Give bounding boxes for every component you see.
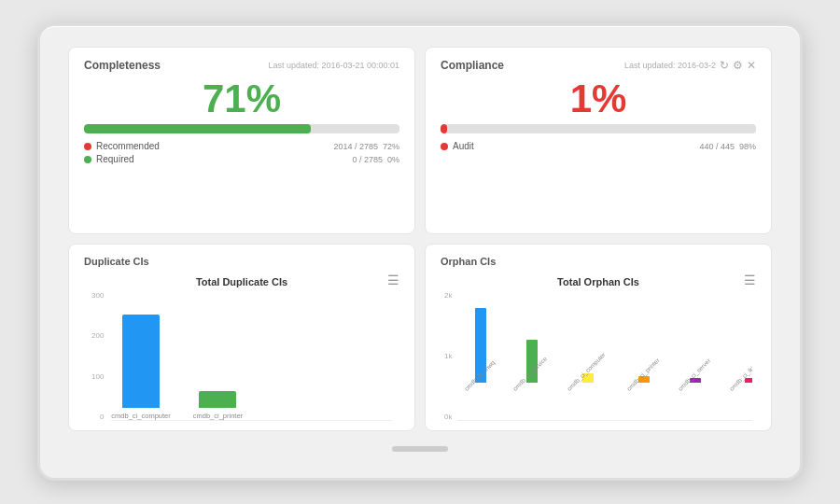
- orphan-title: Orphan CIs: [441, 256, 496, 267]
- orphan-bar-lkin-clust: cmdb_ci_lkin_clust: [722, 378, 752, 394]
- dashboard-grid: Completeness Last updated: 2016-03-21 00…: [68, 47, 772, 431]
- legend-item-audit: Audit 440 / 445 98%: [441, 141, 756, 151]
- completeness-percent: 71%: [84, 79, 399, 119]
- legend-item-recommended: Recommended 2014 / 2785 72%: [84, 141, 399, 151]
- bar-group-computer: cmdb_ci_computer: [111, 315, 170, 420]
- bar-label-printer: cmdb_ci_printer: [193, 412, 243, 420]
- compliance-header: Compliance Last updated: 2016-03-2 ↻ ⚙ ✕: [441, 59, 756, 72]
- required-dot: [84, 156, 91, 163]
- completeness-progress-bar: [84, 124, 399, 133]
- bar-printer: [199, 391, 236, 408]
- compliance-percent: 1%: [441, 79, 756, 119]
- orphan-header: Orphan CIs: [441, 256, 756, 269]
- refresh-icon[interactable]: ↻: [720, 59, 729, 72]
- close-icon[interactable]: ✕: [747, 59, 756, 72]
- completeness-panel: Completeness Last updated: 2016-03-21 00…: [68, 47, 415, 234]
- completeness-progress-fill: [84, 124, 311, 133]
- compliance-progress-fill: [441, 124, 447, 133]
- recommended-label: Recommended: [96, 141, 329, 151]
- bar-label-computer: cmdb_ci_computer: [111, 412, 170, 420]
- recommended-dot: [84, 143, 91, 150]
- orphan-chart-title: Total Orphan CIs: [557, 276, 639, 287]
- duplicate-y-axis: 300 200 100 0: [91, 289, 107, 421]
- compliance-icons: Last updated: 2016-03-2 ↻ ⚙ ✕: [624, 59, 756, 72]
- duplicate-chart-area: Total Duplicate CIs ☰ 300 200 100 0: [84, 273, 399, 421]
- settings-icon[interactable]: ⚙: [733, 59, 743, 72]
- audit-value: 440 / 445 98%: [699, 142, 756, 151]
- orphan-bar-shwq: cmdb_ci_shwq: [457, 308, 503, 394]
- orphan-cis-panel: Orphan CIs Total Orphan CIs ☰ 2k 1k 0k: [425, 244, 772, 431]
- duplicate-chart-title: Total Duplicate CIs: [196, 276, 287, 287]
- duplicate-header: Duplicate CIs: [84, 256, 399, 269]
- duplicate-title: Duplicate CIs: [84, 256, 149, 267]
- compliance-panel: Compliance Last updated: 2016-03-2 ↻ ⚙ ✕…: [425, 47, 772, 234]
- device-frame: Completeness Last updated: 2016-03-21 00…: [37, 23, 803, 481]
- orphan-chart-area: Total Orphan CIs ☰ 2k 1k 0k cmdb_ci_shw: [441, 273, 756, 421]
- audit-label: Audit: [453, 141, 694, 151]
- bar-computer: [122, 315, 160, 408]
- required-value: 0 / 2785 0%: [352, 155, 399, 164]
- legend-item-required: Required 0 / 2785 0%: [84, 154, 399, 164]
- orphan-bar-printer: cmdb_ci_printer: [620, 376, 668, 394]
- compliance-legend: Audit 440 / 445 98%: [441, 141, 756, 151]
- orphan-bars: cmdb_ci_shwq cmdb_ci_service cmdb_ci_com…: [457, 289, 752, 421]
- completeness-title: Completeness: [84, 59, 161, 72]
- device-notch: [392, 446, 448, 452]
- duplicate-bars: cmdb_ci_computer cmdb_ci_printer: [111, 289, 392, 421]
- duplicate-menu-icon[interactable]: ☰: [387, 273, 399, 287]
- orphan-menu-icon[interactable]: ☰: [744, 273, 756, 287]
- required-label: Required: [96, 154, 347, 164]
- compliance-title: Compliance: [441, 59, 504, 72]
- compliance-updated: Last updated: 2016-03-2: [624, 61, 716, 70]
- compliance-progress-bar: [441, 124, 756, 133]
- bar-group-printer: cmdb_ci_printer: [193, 391, 243, 420]
- completeness-header: Completeness Last updated: 2016-03-21 00…: [84, 59, 399, 72]
- duplicate-cis-panel: Duplicate CIs Total Duplicate CIs ☰ 300 …: [68, 244, 415, 431]
- orphan-bar-computer: cmdb_ci_computer: [560, 373, 617, 394]
- orphan-y-axis: 2k 1k 0k: [444, 289, 455, 421]
- orphan-bar-server: cmdb_ci_server: [671, 378, 720, 394]
- orphan-bar-service: cmdb_ci_service: [506, 340, 556, 394]
- audit-dot: [441, 143, 448, 150]
- recommended-value: 2014 / 2785 72%: [333, 142, 399, 151]
- completeness-legend: Recommended 2014 / 2785 72% Required 0 /…: [84, 141, 399, 164]
- completeness-updated: Last updated: 2016-03-21 00:00:01: [268, 61, 399, 70]
